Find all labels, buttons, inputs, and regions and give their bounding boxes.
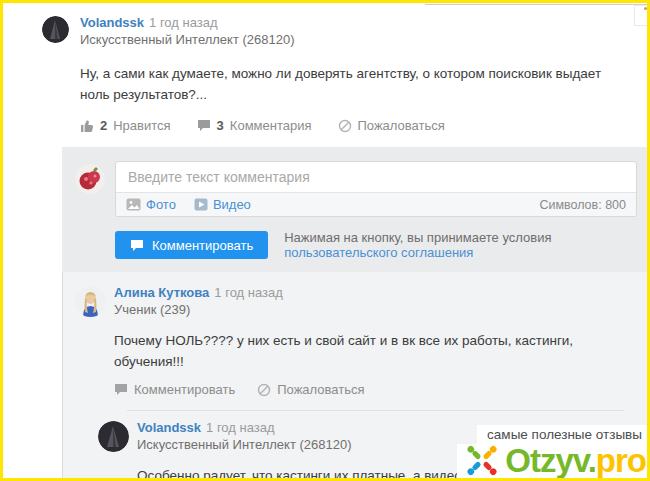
- main-comment: Volandssk1 год назад Искусственный Интел…: [3, 3, 647, 133]
- agreement-text: Нажимая на кнопку, вы принимаете условия: [284, 230, 551, 245]
- timestamp: 1 год назад: [214, 285, 282, 300]
- comment-label: Комментировать: [134, 382, 235, 397]
- block-icon: [257, 383, 271, 397]
- author-rank: Искусственный Интеллект (268120): [80, 31, 627, 48]
- comments-count: 3: [217, 118, 224, 133]
- report-button[interactable]: Пожаловаться: [338, 118, 445, 133]
- comment-editor: Фото Видео Символов: 800: [115, 161, 637, 217]
- comment-header: Volandssk1 год назад: [80, 14, 627, 31]
- comment-actions: Комментировать Пожаловаться: [114, 382, 632, 397]
- video-icon: [194, 198, 208, 211]
- brand-yellow-part: pro: [596, 442, 646, 479]
- block-icon: [338, 119, 352, 133]
- likes-count: 2: [100, 118, 107, 133]
- reply-button[interactable]: Комментировать: [114, 382, 235, 397]
- timestamp: 1 год назад: [206, 420, 274, 435]
- avatar[interactable]: [42, 16, 69, 43]
- reply-comment: Алина Куткова1 год назад Ученик (239) По…: [63, 272, 647, 411]
- submit-label: Комментировать: [152, 238, 253, 253]
- cropped-corner-dot: [644, 7, 647, 10]
- report-label: Пожаловаться: [358, 118, 445, 133]
- current-user-avatar: [75, 164, 105, 194]
- comment-input[interactable]: [116, 162, 636, 192]
- agreement-note: Нажимая на кнопку, вы принимаете условия…: [284, 230, 637, 260]
- like-button[interactable]: 2 Нравится: [80, 118, 171, 133]
- author-rank: Ученик (239): [114, 301, 632, 318]
- likes-label: Нравится: [113, 118, 170, 133]
- speech-bubble-icon: [114, 383, 128, 396]
- pomegranate-avatar-image: [75, 164, 105, 194]
- comment-actions: 2 Нравится 3 Комментария Пожаловаться: [80, 118, 627, 133]
- dark-tower-avatar-image: [98, 421, 129, 452]
- report-label: Пожаловаться: [277, 382, 364, 397]
- video-label: Видео: [213, 197, 251, 212]
- comment-form: Фото Видео Символов: 800: [62, 147, 647, 272]
- dark-tower-avatar-image: [42, 16, 69, 43]
- chars-counter: Символов: 800: [539, 198, 626, 212]
- report-button[interactable]: Пожаловаться: [257, 382, 364, 397]
- otzyv-pro-watermark: самые полезные отзывы Otzyv.pro: [457, 425, 650, 479]
- avatar[interactable]: [98, 421, 129, 452]
- author-link[interactable]: Алина Куткова: [114, 285, 209, 300]
- blonde-girl-avatar-image: [75, 286, 106, 317]
- comment-text: Почему НОЛЬ???? у них есть и свой сайт и…: [114, 330, 632, 372]
- watermark-brand: Otzyv.pro: [505, 445, 646, 477]
- speech-bubble-icon: [197, 119, 211, 132]
- submit-comment-button[interactable]: Комментировать: [115, 231, 268, 259]
- comments-label: Комментария: [230, 118, 312, 133]
- people-pinwheel-logo-icon: [464, 444, 500, 477]
- comments-count-button[interactable]: 3 Комментария: [197, 118, 312, 133]
- comment-text: Ну, а сами как думаете, можно ли доверят…: [80, 63, 625, 105]
- comments-page: Volandssk1 год назад Искусственный Интел…: [0, 0, 650, 481]
- user-agreement-link[interactable]: пользовательского соглашения: [284, 245, 473, 260]
- brand-green-part: Otzyv.: [505, 442, 596, 479]
- watermark-logo: Otzyv.pro: [457, 444, 650, 479]
- avatar[interactable]: [75, 286, 106, 317]
- attach-photo-button[interactable]: Фото: [126, 197, 176, 212]
- content-top-border: [425, 4, 650, 5]
- thumb-up-icon: [80, 119, 94, 133]
- attach-video-button[interactable]: Видео: [194, 197, 251, 212]
- author-link[interactable]: Volandssk: [80, 15, 144, 30]
- comment-header: Алина Куткова1 год назад: [114, 284, 632, 301]
- timestamp: 1 год назад: [149, 15, 217, 30]
- photo-label: Фото: [146, 197, 176, 212]
- author-link[interactable]: Volandssk: [137, 420, 201, 435]
- editor-toolbar: Фото Видео Символов: 800: [116, 192, 636, 216]
- photo-icon: [126, 198, 141, 211]
- top-edge-line: [9, 0, 425, 3]
- speech-bubble-icon: [130, 239, 144, 252]
